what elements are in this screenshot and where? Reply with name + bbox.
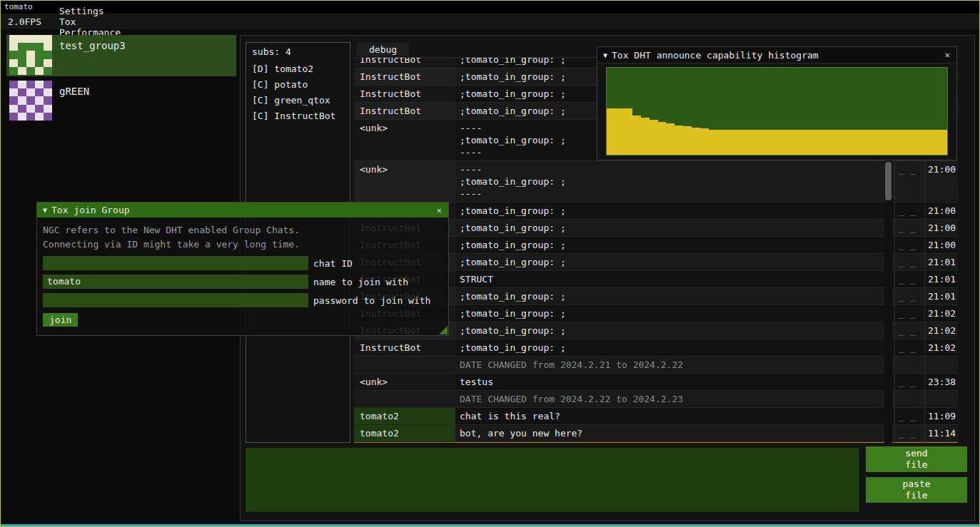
send-file-button[interactable]: send file (866, 446, 967, 472)
chat-sender: InstructBot (354, 103, 455, 119)
histogram-titlebar[interactable]: ▼ Tox DHT announce capability histogram … (597, 47, 956, 63)
chat-row[interactable]: DATE CHANGED from 2024.2.22 to 2024.2.23 (354, 391, 958, 408)
histogram-bar (862, 130, 871, 155)
avatar-cell (44, 51, 52, 58)
avatar-cell (44, 35, 52, 43)
chat-sender: tomato2 (354, 425, 455, 441)
avatar-cell (44, 113, 52, 121)
histogram-bar (854, 130, 862, 155)
paste-file-button[interactable]: paste file (866, 477, 967, 503)
histogram-bar (930, 130, 939, 155)
avatar-cell (26, 105, 35, 113)
avatar-cell (9, 51, 18, 58)
chat-sender: <unk> (354, 120, 455, 160)
chat-delivery-status: _ _ (894, 220, 924, 236)
chat-delivery-status: _ _ (894, 254, 924, 270)
avatar-cell (26, 113, 35, 121)
histogram-bar (607, 108, 615, 155)
avatar-cell (18, 96, 26, 104)
chat-row[interactable]: tomato2chat is this real?_ _11:09 (354, 408, 958, 425)
fps-counter: 2.0FPS (1, 16, 50, 27)
menu-item-tox[interactable]: Tox (50, 16, 130, 27)
chat-delivery-status: _ _ (894, 203, 924, 219)
scrollbar-thumb[interactable] (885, 162, 891, 200)
group-avatar (9, 35, 52, 75)
histogram-bar (904, 130, 913, 155)
chat-row[interactable]: <unk>testus_ _23:38 (354, 374, 958, 391)
chat-row[interactable]: InstructBotNo, I've been in this group f… (354, 442, 958, 443)
avatar-cell (18, 67, 26, 75)
window-bottom-edge (1, 524, 979, 526)
avatar-cell (18, 43, 26, 51)
chat-sender: InstructBot (354, 58, 455, 68)
close-icon[interactable]: ✕ (939, 50, 956, 60)
member-list: [D] tomato2[C] potato[C] green_qtox[C] I… (246, 61, 350, 124)
chat-id-input[interactable] (43, 256, 308, 270)
chat-delivery-status: _ _ (894, 237, 924, 253)
member-list-item[interactable]: [C] potato (246, 77, 350, 93)
histogram-bar (752, 130, 760, 155)
avatar-cell (9, 96, 18, 104)
member-list-item[interactable]: [D] tomato2 (246, 61, 350, 77)
chat-row[interactable]: tomato2bot, are you new here?_ _11:14 (354, 425, 958, 442)
histogram-bar (650, 120, 658, 155)
join-password-label: password to join with (313, 295, 430, 306)
chat-row[interactable]: DATE CHANGED from 2024.2.21 to 2024.2.22 (354, 357, 958, 374)
window-titlebar[interactable]: tomato (1, 1, 979, 14)
avatar-cell (44, 67, 52, 75)
chat-timestamp: 21:02 (924, 339, 958, 356)
collapse-icon[interactable]: ▼ (597, 51, 612, 59)
subs-count: subs: 4 (246, 43, 350, 61)
member-list-item[interactable]: [C] InstructBot (246, 108, 350, 124)
chat-message-text: ;tomato_in_group: ; (455, 339, 894, 356)
histogram-bar (760, 130, 769, 155)
chat-timestamp: 11:14 (924, 425, 958, 441)
group-list-item[interactable]: gREEN (6, 81, 236, 122)
avatar-cell (9, 59, 18, 67)
resize-grip[interactable] (439, 326, 448, 334)
join-button[interactable]: join (43, 313, 78, 327)
tab-debug[interactable]: debug (357, 43, 409, 56)
histogram-bar (624, 108, 632, 155)
avatar-cell (35, 51, 44, 58)
chat-message-text: DATE CHANGED from 2024.2.22 to 2024.2.23 (455, 391, 894, 407)
avatar-cell (35, 35, 44, 43)
window-title: tomato (4, 2, 33, 11)
histogram-bar (871, 130, 879, 155)
histogram-bar (828, 130, 837, 155)
menu-item-settings[interactable]: Settings (50, 6, 130, 16)
join-password-input[interactable] (43, 293, 308, 307)
avatar-cell (26, 51, 35, 58)
close-icon[interactable]: ✕ (430, 205, 448, 215)
member-list-item[interactable]: [C] green_qtox (246, 93, 350, 108)
chat-message-text: testus (455, 374, 894, 390)
chat-row[interactable]: <unk>---- ;tomato_in_group: ; ----_ _21:… (354, 161, 958, 203)
join-name-label: name to join with (313, 277, 408, 287)
chat-timestamp: 21:00 (924, 220, 958, 236)
group-list-item[interactable]: test_group3 (6, 35, 236, 76)
join-group-title: Tox join Group (51, 205, 130, 215)
avatar-cell (35, 113, 44, 121)
avatar-cell (35, 88, 44, 96)
histogram-bar (709, 130, 717, 155)
histogram-bar (939, 130, 947, 155)
message-input[interactable] (246, 448, 859, 512)
histogram-bar (802, 130, 811, 155)
chat-row[interactable]: InstructBot;tomato_in_group: ;_ _21:02 (354, 339, 958, 357)
histogram-bar (921, 130, 930, 155)
join-group-window: ▼ Tox join Group ✕ NGC refers to the New… (36, 202, 449, 336)
histogram-bar (692, 128, 700, 155)
join-name-input[interactable]: tomato (43, 275, 308, 289)
collapse-icon[interactable]: ▼ (37, 206, 51, 214)
chat-timestamp: 21:00 (924, 161, 958, 202)
chat-timestamp: 21:00 (924, 237, 958, 253)
chat-sender: <unk> (354, 161, 455, 202)
chat-delivery-status: _ _ (894, 161, 924, 202)
avatar-cell (26, 81, 35, 88)
chat-delivery-status: _ _ (894, 339, 924, 356)
menu-items: SettingsToxPerformance (50, 6, 130, 38)
avatar-cell (9, 88, 18, 96)
histogram-bar (887, 130, 896, 155)
histogram-bar (819, 130, 828, 155)
join-group-titlebar[interactable]: ▼ Tox join Group ✕ (37, 203, 448, 218)
